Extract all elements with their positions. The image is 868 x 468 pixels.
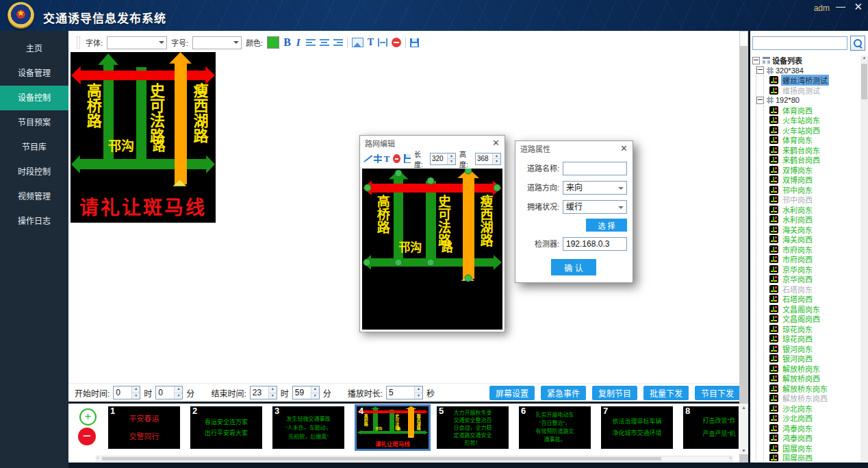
scrollbar-thumb[interactable] (861, 64, 867, 99)
road-node-handle[interactable] (363, 258, 371, 266)
scroll-left-icon[interactable]: ‹ (97, 456, 99, 460)
playlist-item-2[interactable]: 2春运安全连万家出行平安靠大家 (190, 406, 262, 449)
device-item[interactable]: 体育岗东 (764, 135, 859, 145)
insert-image-button[interactable] (352, 38, 363, 47)
road-node-handle[interactable] (427, 258, 435, 266)
font-select[interactable] (107, 36, 167, 49)
spin-up-icon[interactable]: ▲ (448, 153, 455, 160)
remove-program-button[interactable]: − (78, 428, 96, 445)
start-minute-input[interactable]: 0▲▼ (155, 386, 183, 399)
spin-down-icon[interactable]: ▼ (269, 393, 277, 399)
collapse-icon[interactable] (756, 66, 764, 74)
playlist-item-1[interactable]: 1平安春运交警同行 (108, 406, 180, 449)
line-tool-button[interactable] (363, 154, 370, 163)
device-item[interactable]: 鸿泰岗东 (764, 423, 859, 434)
device-item[interactable]: 水利岗东 (764, 205, 859, 215)
device-item[interactable]: 维扬岗测试 (764, 86, 859, 96)
collapse-icon[interactable] (752, 57, 760, 64)
road-editor-titlebar[interactable]: 路网编辑 ✕ (360, 136, 505, 150)
spin-up-icon[interactable]: ▲ (132, 386, 140, 393)
confirm-button[interactable]: 确 认 (551, 259, 596, 275)
align-left-icon[interactable] (306, 39, 316, 47)
playlist-item-8[interactable]: 8打击改装“炸严查严惩“机 (683, 406, 739, 449)
delete-button[interactable] (392, 38, 401, 47)
search-button[interactable] (850, 36, 865, 51)
device-item[interactable]: 银河岗东 (764, 344, 859, 354)
road-properties-titlebar[interactable]: 道路属性 ✕ (515, 141, 633, 156)
bold-button[interactable]: B (283, 36, 291, 49)
road-direction-select[interactable]: 来向 (563, 181, 627, 195)
action-button-3[interactable]: 批量下发 (643, 386, 689, 400)
sidebar-item-home[interactable]: 主页 (0, 36, 68, 61)
spin-down-icon[interactable]: ▼ (132, 393, 140, 399)
road-node-handle[interactable] (395, 169, 403, 177)
device-item[interactable]: 京华岗东 (764, 264, 859, 275)
device-item[interactable]: 火车站岗东 (764, 115, 859, 125)
device-item[interactable]: 沙北岗西 (764, 413, 859, 423)
playlist-item-5[interactable]: 5大力开展秋冬季交通安全整治百日会战，全力稳定道路交通安全形势！ (437, 406, 509, 449)
device-item[interactable]: 水利岗西 (764, 214, 859, 225)
device-item[interactable]: 鸿泰岗西 (764, 433, 859, 443)
device-item[interactable]: 火车站岗西 (764, 125, 859, 136)
action-button-1[interactable]: 紧急事件 (541, 386, 586, 400)
spin-up-icon[interactable]: ▲ (493, 153, 500, 160)
device-item[interactable]: 解放桥东岗东 (764, 384, 859, 394)
sidebar-item-video-management[interactable]: 视频管理 (0, 184, 68, 209)
spin-down-icon[interactable]: ▼ (415, 393, 422, 399)
device-item[interactable]: 体育岗西 (764, 106, 859, 116)
congestion-select[interactable]: 缓行 (563, 200, 627, 214)
sidebar-item-operation-log[interactable]: 操作日志 (0, 209, 68, 234)
device-tree-root[interactable]: 设备列表 (752, 56, 859, 66)
device-item[interactable]: 市府岗西 (764, 254, 859, 264)
device-item[interactable]: 国展岗西 (764, 453, 859, 461)
end-hour-input[interactable]: 23▲▼ (250, 386, 277, 399)
device-item[interactable]: 国展岗东 (764, 443, 859, 454)
road-node-handle[interactable] (493, 184, 500, 191)
device-item[interactable]: 双博岗西 (764, 175, 859, 185)
end-minute-input[interactable]: 59▲▼ (292, 386, 320, 399)
sidebar-item-device-management[interactable]: 设备管理 (0, 61, 68, 86)
device-item[interactable]: 来鹤台岗西 (764, 155, 859, 165)
device-item[interactable]: 银河岗西 (764, 354, 859, 364)
color-swatch[interactable] (267, 36, 279, 49)
sidebar-item-device-control[interactable]: 设备控制 (0, 86, 68, 110)
device-group-320x384[interactable]: 320*384 (756, 66, 859, 76)
device-item[interactable]: 琼花岗西 (764, 334, 859, 344)
scroll-up-icon[interactable]: ▲ (860, 56, 868, 60)
save-button[interactable] (410, 38, 419, 47)
detector-field[interactable] (563, 237, 627, 251)
device-item[interactable]: 沙北岗东 (764, 404, 859, 414)
close-button[interactable]: ✕ (854, 1, 863, 13)
insert-text-button[interactable]: T (368, 37, 374, 48)
height-spinner[interactable]: 368 ▲▼ (475, 153, 501, 165)
road-node-handle[interactable] (395, 258, 403, 266)
select-detector-button[interactable]: 选 择 (586, 219, 627, 232)
road-node-handle[interactable] (464, 274, 472, 282)
device-search-input[interactable] (752, 36, 847, 50)
spin-down-icon[interactable]: ▼ (175, 393, 182, 399)
device-item[interactable]: 文昌阁岗西 (764, 314, 859, 324)
playlist-item-6[interactable]: 6扎实开展电动车“百日整治”，有效预防道路交通事故。 (519, 406, 591, 449)
wrap-button[interactable] (378, 38, 387, 47)
scrollbar-thumb[interactable] (102, 457, 661, 460)
align-right-icon[interactable] (333, 39, 343, 47)
action-button-0[interactable]: 屏幕设置 (489, 386, 535, 400)
sign-preview-canvas[interactable]: 高桥路史可法路瘦西湖路邗沟路请礼让斑马线 (71, 52, 216, 223)
italic-button[interactable]: I (295, 37, 302, 49)
text-tool-button[interactable]: T (384, 153, 390, 164)
road-editor-canvas[interactable]: 高桥路史可法路瘦西湖路邗沟路 (362, 169, 502, 330)
current-user[interactable]: adm (814, 3, 830, 13)
spin-up-icon[interactable]: ▲ (175, 386, 182, 393)
sidebar-item-program-plan[interactable]: 节目预案 (0, 110, 68, 135)
scroll-down-icon[interactable]: ▼ (739, 448, 748, 453)
playlist-item-3[interactable]: 3发生轻微交通事故“人未伤，车能动，先拍照，后撤离” (272, 406, 344, 449)
device-item[interactable]: 海关岗东 (764, 225, 859, 235)
action-button-4[interactable]: 节目下发 (695, 386, 740, 400)
playlist-item-4[interactable]: 4高桥路史可法路瘦西湖路邗沟路请礼让斑马线 (355, 404, 431, 451)
device-item[interactable]: 解放桥岗东 (764, 364, 859, 374)
playlist-hscrollbar[interactable]: ‹ › (96, 456, 732, 462)
spin-down-icon[interactable]: ▼ (311, 393, 319, 399)
device-item[interactable]: 石塔岗西 (764, 294, 859, 304)
road-name-field[interactable] (563, 162, 627, 175)
device-item[interactable]: 京华岗西 (764, 274, 859, 284)
